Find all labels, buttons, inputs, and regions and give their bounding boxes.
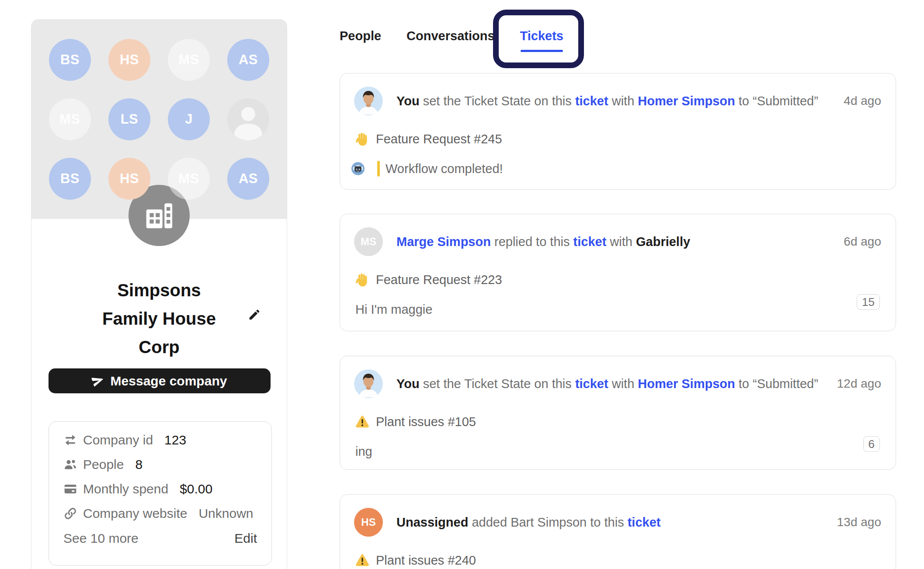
headline-text: to “Submitted” bbox=[735, 377, 818, 391]
headline-text: You bbox=[396, 94, 420, 108]
ticket-type-row: Feature Request #245 bbox=[354, 130, 502, 148]
person-avatar[interactable] bbox=[227, 98, 269, 140]
reply-count-badge: 6 bbox=[863, 436, 880, 452]
ticket-note-row: Workflow completed! bbox=[351, 160, 503, 177]
person-avatar[interactable]: AS bbox=[227, 158, 269, 200]
attribute-value: 8 bbox=[135, 457, 142, 472]
timestamp: 12d ago bbox=[837, 377, 881, 391]
link-icon bbox=[63, 507, 77, 520]
inline-link[interactable]: Homer Simpson bbox=[638, 94, 735, 108]
person-avatar[interactable]: J bbox=[168, 98, 210, 140]
warning-icon bbox=[354, 552, 370, 568]
inline-link[interactable]: ticket bbox=[575, 377, 608, 391]
person-avatar[interactable]: MS bbox=[168, 158, 210, 200]
edit-link[interactable]: Edit bbox=[234, 531, 257, 546]
ticket-headline: You set the Ticket State on this ticket … bbox=[396, 375, 830, 392]
person-avatar[interactable]: MS bbox=[49, 98, 91, 140]
ticket-type-row: Feature Request #223 bbox=[354, 271, 502, 288]
attribute-label: Monthly spend bbox=[83, 482, 168, 496]
ticket-note-row: ing bbox=[355, 443, 372, 460]
ticket-headline: Unassigned added Bart Simpson to this ti… bbox=[396, 513, 830, 531]
ticket-type-row: Plant issues #105 bbox=[354, 413, 476, 430]
tab-label: Tickets bbox=[520, 29, 563, 43]
company-attribute-row: Monthly spend$0.00 bbox=[63, 477, 257, 501]
company-panel: BSHSMSASMSLSJBSHSMSAS SimpsonsFamily Hou… bbox=[31, 19, 287, 569]
company-name-line: Corp bbox=[31, 333, 287, 361]
person-avatar[interactable]: BS bbox=[49, 39, 91, 81]
user-photo-avatar bbox=[354, 369, 383, 398]
ticket-headline: Marge Simpson replied to this ticket wit… bbox=[396, 233, 830, 250]
transfer-icon bbox=[63, 433, 77, 447]
note-text: Hi I'm maggie bbox=[355, 301, 432, 318]
headline-text: Gabrielly bbox=[636, 235, 690, 249]
headline-text: with bbox=[608, 377, 638, 391]
headline-text: set the Ticket State on this bbox=[420, 94, 575, 108]
timestamp: 6d ago bbox=[844, 235, 881, 249]
attribute-label: Company id bbox=[83, 433, 153, 448]
company-avatar-grid: BSHSMSASMSLSJBSHSMSAS bbox=[31, 20, 287, 219]
ticket-card[interactable]: MSMarge Simpson replied to this ticket w… bbox=[340, 214, 896, 331]
edit-pencil-icon[interactable] bbox=[248, 308, 261, 321]
raised-hand-icon bbox=[354, 272, 370, 288]
note-text: ing bbox=[355, 443, 372, 460]
headline-text: Unassigned bbox=[396, 515, 468, 529]
tab-tickets[interactable]: Tickets bbox=[520, 27, 563, 45]
user-initials-avatar: HS bbox=[354, 508, 383, 537]
timestamp: 4d ago bbox=[844, 94, 881, 108]
inline-link[interactable]: ticket bbox=[628, 515, 661, 529]
warning-icon bbox=[354, 414, 370, 430]
headline-text: with bbox=[608, 94, 638, 108]
note-accent-bar bbox=[377, 161, 380, 177]
ticket-title: Feature Request #223 bbox=[376, 271, 502, 288]
inline-link[interactable]: Marge Simpson bbox=[396, 235, 491, 249]
attribute-value: Unknown bbox=[198, 506, 253, 521]
ticket-card[interactable]: HSUnassigned added Bart Simpson to this … bbox=[340, 494, 896, 569]
inline-link[interactable]: Homer Simpson bbox=[638, 377, 735, 391]
attribute-value: $0.00 bbox=[180, 482, 212, 496]
ticket-card[interactable]: You set the Ticket State on this ticket … bbox=[340, 356, 896, 470]
person-avatar[interactable]: LS bbox=[108, 98, 150, 140]
user-initials-avatar: MS bbox=[354, 227, 383, 256]
person-avatar[interactable]: MS bbox=[168, 39, 210, 81]
company-attribute-row: Company websiteUnknown bbox=[63, 501, 257, 526]
tab-label: Conversations bbox=[406, 29, 494, 43]
tab-conversations[interactable]: Conversations bbox=[406, 27, 494, 45]
ticket-title: Plant issues #105 bbox=[376, 413, 476, 430]
bot-avatar-icon bbox=[351, 162, 365, 175]
ticket-headline: You set the Ticket State on this ticket … bbox=[396, 92, 830, 110]
tab-label: People bbox=[340, 29, 381, 43]
profile-tabs: PeopleConversationsTickets bbox=[340, 27, 563, 45]
company-details-card: Company id123People8Monthly spend$0.00Co… bbox=[49, 421, 272, 566]
ticket-type-row: Plant issues #240 bbox=[354, 552, 476, 569]
ticket-note-row: Hi I'm maggie bbox=[355, 301, 432, 318]
ticket-title: Plant issues #240 bbox=[376, 552, 476, 569]
raised-hand-icon bbox=[354, 131, 370, 147]
ticket-title: Feature Request #245 bbox=[376, 130, 502, 148]
headline-text: set the Ticket State on this bbox=[420, 377, 575, 391]
active-tab-underline bbox=[521, 50, 563, 52]
headline-text: replied to this bbox=[491, 235, 573, 249]
person-avatar[interactable]: HS bbox=[108, 158, 150, 200]
company-attribute-row: Company id123 bbox=[63, 428, 257, 452]
message-company-label: Message company bbox=[111, 374, 227, 389]
person-avatar[interactable]: BS bbox=[49, 158, 91, 200]
note-text: Workflow completed! bbox=[386, 160, 503, 177]
inline-link[interactable]: ticket bbox=[573, 235, 607, 249]
message-company-button[interactable]: Message company bbox=[49, 368, 271, 393]
person-avatar[interactable]: HS bbox=[108, 39, 150, 81]
reply-count-badge: 15 bbox=[857, 294, 880, 310]
ticket-card[interactable]: You set the Ticket State on this ticket … bbox=[340, 73, 896, 190]
send-icon bbox=[90, 373, 105, 388]
inline-link[interactable]: ticket bbox=[575, 94, 608, 108]
credit-card-icon bbox=[63, 482, 77, 496]
user-photo-avatar bbox=[354, 87, 383, 115]
person-silhouette-icon bbox=[227, 98, 269, 140]
company-name-line: Simpsons bbox=[31, 276, 287, 305]
headline-text: You bbox=[396, 377, 420, 391]
attribute-value: 123 bbox=[164, 433, 186, 448]
person-avatar[interactable]: AS bbox=[227, 39, 269, 81]
company-attribute-row: People8 bbox=[63, 452, 257, 477]
tab-people[interactable]: People bbox=[340, 27, 381, 45]
headline-text: to “Submitted” bbox=[735, 94, 818, 108]
see-more-link[interactable]: See 10 more bbox=[63, 531, 139, 546]
